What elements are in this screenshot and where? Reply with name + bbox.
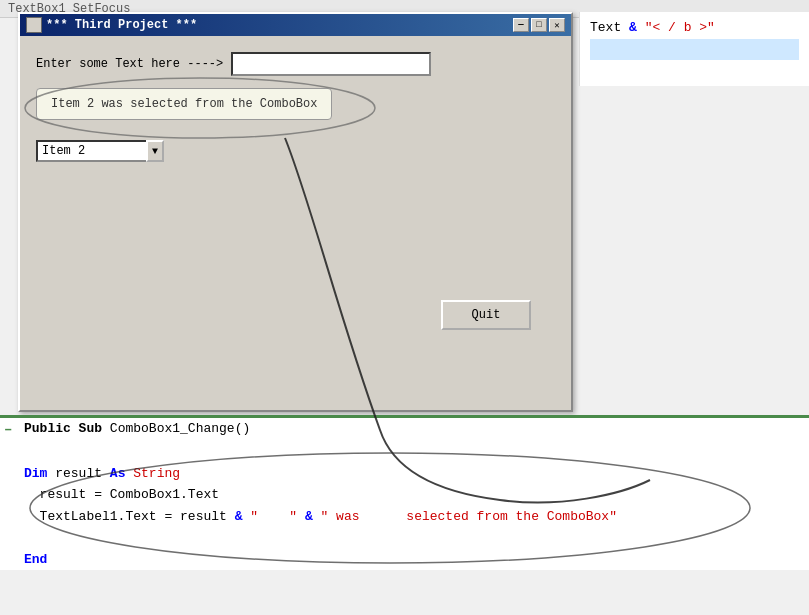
right-panel: Text & "< / b >" [579,12,809,86]
kw-amp2: & [305,509,313,524]
tooltip-text: Item 2 was selected from the ComboBox [51,97,317,111]
code-line-sub: – Public Sub ComboBox1_Change() [0,418,809,441]
code-line-assign1: result = ComboBox1.Text [0,484,809,506]
code-line-assign2: TextLabel1.Text = result & " " & " was s… [0,506,809,528]
tooltip-bubble: Item 2 was selected from the ComboBox [36,88,332,120]
titlebar-min-btn[interactable]: — [513,18,529,32]
window-icon [26,17,42,33]
kw-dim: Dim [24,466,55,481]
code-line-dim: Dim result As String [0,463,809,485]
window-content: Enter some Text here ----> Item 2 was se… [20,36,571,410]
kw-end: End [24,552,47,567]
input-row: Enter some Text here ----> [36,52,555,76]
combo-box-container: ▼ [36,140,555,162]
window-titlebar: *** Third Project *** — □ ✕ [20,14,571,36]
code-line-end: End [0,549,809,571]
right-code-line3 [590,60,799,81]
var-result: result [55,466,110,481]
text-input[interactable] [231,52,431,76]
main-window: *** Third Project *** — □ ✕ Enter some T… [18,12,573,412]
str-was-selected: " was selected from the ComboBox" [313,509,617,524]
combo-dropdown-arrow[interactable]: ▼ [146,140,164,162]
code-line-empty2 [0,527,809,549]
titlebar-max-btn[interactable]: □ [531,18,547,32]
kw-public: Public Sub [24,421,110,436]
code-line-empty1 [0,441,809,463]
code-editor: – Public Sub ComboBox1_Change() Dim resu… [0,415,809,570]
right-code-line2 [590,39,799,60]
combo-input[interactable] [36,140,146,162]
code-gutter-minus: – [0,419,20,440]
titlebar-close-btn[interactable]: ✕ [549,18,565,32]
input-label: Enter some Text here ----> [36,57,223,71]
assign-result: result = ComboBox1.Text [40,487,219,502]
titlebar-buttons: — □ ✕ [513,18,565,32]
assign-textlabel: TextLabel1.Text = result [40,509,235,524]
sub-name: ComboBox1_Change() [110,421,250,436]
quit-button[interactable]: Quit [441,300,531,330]
right-code-line1: Text & "< / b >" [590,18,799,39]
window-title: *** Third Project *** [46,18,197,32]
type-string: String [133,466,180,481]
kw-as: As [110,466,133,481]
str-spaces: " " [242,509,304,524]
